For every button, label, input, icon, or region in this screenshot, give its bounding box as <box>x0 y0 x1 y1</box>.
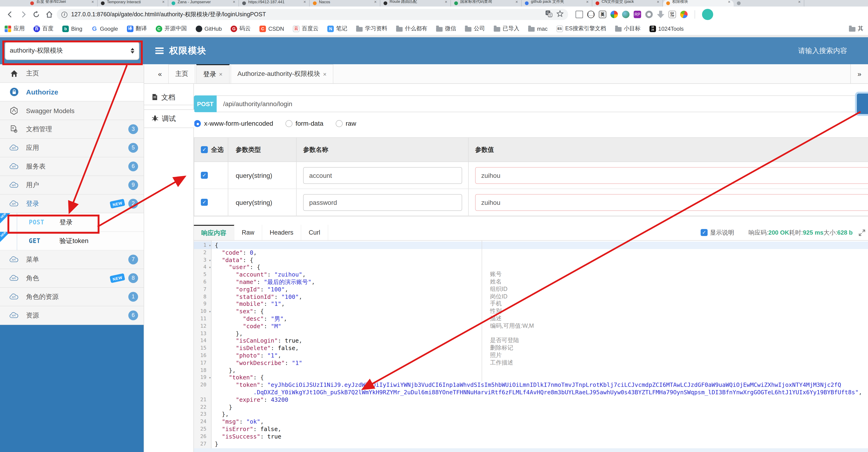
bookmark-item[interactable]: 微信 <box>436 25 456 33</box>
module-select-dropdown[interactable]: authority-权限模块 <box>5 41 140 60</box>
webstore-icon[interactable] <box>611 11 618 18</box>
bookmark-item[interactable]: GGoogle <box>91 25 118 32</box>
picture-in-picture-icon[interactable] <box>576 11 583 18</box>
sidebar-item-角色的资源[interactable]: API角色的资源1 <box>0 288 144 306</box>
tab-close-icon[interactable]: × <box>798 0 801 4</box>
content-type-option-x-www-form-urlencoded[interactable]: x-www-form-urlencoded <box>194 120 273 127</box>
response-tab-Headers[interactable]: Headers <box>262 225 301 240</box>
tab-close-icon[interactable]: × <box>323 70 327 78</box>
reload-icon[interactable] <box>31 9 42 20</box>
browser-tab[interactable]: Temporary Interacti× <box>98 0 168 6</box>
tab-close-icon[interactable]: × <box>162 0 164 4</box>
bookmarks-overflow[interactable]: 其 <box>849 25 863 33</box>
tabs-more-icon[interactable]: » <box>850 64 868 83</box>
radio-icon[interactable] <box>335 120 342 127</box>
forward-icon[interactable] <box>18 9 29 20</box>
sidebar-op-get-验证token[interactable]: NEWGET验证token <box>0 232 144 250</box>
browser-tab[interactable]: 权限模块× <box>663 0 734 6</box>
bookmark-item[interactable]: mac <box>528 25 548 32</box>
response-body-editor[interactable]: 1▾23▾4▾5678910▾111213141516171819▾202122… <box>194 241 868 452</box>
browser-tab[interactable]: × <box>734 0 804 6</box>
browser-tab[interactable]: https://9412-187.441× <box>239 0 310 6</box>
bookmark-item[interactable]: CCSDN <box>259 25 284 32</box>
subnav-item-debug[interactable]: 调试 <box>144 109 194 128</box>
bookmark-item[interactable]: 公司 <box>465 25 485 33</box>
bookmark-item[interactable]: 什么都有 <box>396 25 427 33</box>
bookmark-item[interactable]: 译翻译 <box>127 25 147 33</box>
menu-hamburger-icon[interactable] <box>155 48 164 54</box>
site-info-icon[interactable]: i <box>61 11 67 18</box>
radio-icon[interactable] <box>194 120 201 127</box>
fold-icon[interactable]: ▾ <box>209 308 211 316</box>
browser-tab[interactable]: Route 路由匹配× <box>380 0 451 6</box>
content-tab-登录[interactable]: 登录× <box>196 64 229 83</box>
param-checkbox[interactable]: ✓ <box>201 172 208 179</box>
param-name-input[interactable]: password <box>303 194 462 210</box>
sidebar-op-post-登录[interactable]: NEWPOST登录 <box>0 213 144 232</box>
expand-icon[interactable] <box>859 229 865 236</box>
bookmark-item[interactable]: C开源中国 <box>156 25 187 33</box>
en-translate-icon[interactable]: 英 <box>599 11 606 18</box>
tab-close-icon[interactable]: × <box>728 0 731 4</box>
tab-close-icon[interactable]: × <box>91 0 94 4</box>
bookmark-item[interactable]: 10241024Tools <box>650 25 684 32</box>
pinwheel-extension-icon[interactable] <box>679 9 688 19</box>
content-tab-主页[interactable]: 主页 <box>168 64 195 83</box>
bookmark-item[interactable]: N笔记 <box>327 25 347 33</box>
content-type-option-raw[interactable]: raw <box>335 120 356 127</box>
bookmark-item[interactable]: 应用 <box>5 25 25 33</box>
browser-tab[interactable]: 百度 登录/92Jaei× <box>27 0 98 6</box>
browser-tab[interactable]: CN文件提交 (pack× <box>592 0 663 6</box>
ring-extension-icon[interactable] <box>645 11 653 18</box>
url-text[interactable]: 127.0.0.1:8760/api/gate/doc.html#/author… <box>71 10 541 19</box>
bookmark-item[interactable]: ESES搜索引擎文档 <box>557 25 606 33</box>
radio-icon[interactable] <box>285 120 292 127</box>
fold-icon[interactable]: ▾ <box>209 242 211 250</box>
sidebar-item-Swagger Models[interactable]: Swagger Models <box>0 102 144 120</box>
response-tab-响应内容[interactable]: 响应内容 <box>194 225 234 240</box>
tab-close-icon[interactable]: × <box>445 0 447 4</box>
home-icon[interactable] <box>44 9 55 20</box>
param-checkbox[interactable]: ✓ <box>201 199 208 206</box>
param-value-input[interactable]: zuihou <box>475 167 868 183</box>
address-bar[interactable]: i 127.0.0.1:8760/api/gate/doc.html#/auth… <box>57 9 568 20</box>
bookmark-item[interactable]: bBing <box>62 25 82 32</box>
bookmark-item[interactable]: 学习资料 <box>356 25 387 33</box>
tab-close-icon[interactable]: × <box>515 0 518 4</box>
bookmark-item[interactable]: 云百度云 <box>293 25 318 33</box>
bookmark-item[interactable]: G码云 <box>230 25 251 33</box>
rp-extension-icon[interactable]: RP <box>634 11 641 18</box>
sidebar-item-用户[interactable]: API用户9 <box>0 176 144 195</box>
translate-page-icon[interactable]: G文 <box>545 10 552 19</box>
tab-close-icon[interactable]: × <box>219 71 222 78</box>
proxy-globe-icon[interactable] <box>622 11 629 18</box>
sidebar-item-主页[interactable]: 主页 <box>0 64 144 83</box>
tab-close-icon[interactable]: × <box>233 0 235 4</box>
tab-close-icon[interactable]: × <box>303 0 306 4</box>
fold-icon[interactable]: ▾ <box>209 374 211 382</box>
sidebar-item-服务表[interactable]: API服务表6 <box>0 157 144 176</box>
json-braces-icon[interactable]: {…} <box>587 11 595 18</box>
send-button[interactable]: 发 <box>857 93 868 114</box>
gitzip-icon[interactable]: GitZip <box>669 11 676 18</box>
browser-tab[interactable]: github pack 文件夹× <box>522 0 592 6</box>
bookmark-star-icon[interactable] <box>557 10 563 19</box>
response-tab-Curl[interactable]: Curl <box>301 225 328 240</box>
sidebar-item-角色[interactable]: API角色NEW8 <box>0 269 144 288</box>
horizontal-scrollbar[interactable] <box>194 448 868 452</box>
tab-close-icon[interactable]: × <box>374 0 377 4</box>
browser-tab[interactable]: Zana - Jumpserver× <box>168 0 239 6</box>
sidebar-item-文档管理[interactable]: 文档管理3 <box>0 120 144 139</box>
bookmark-item[interactable]: 百百度 <box>33 25 54 33</box>
sidebar-item-Authorize[interactable]: Authorize <box>0 83 144 102</box>
download-arrow-icon[interactable] <box>657 11 664 18</box>
sidebar-item-资源[interactable]: API资源6 <box>0 306 144 325</box>
bookmark-item[interactable]: 小目标 <box>615 25 641 33</box>
bookmark-item[interactable]: 已导入 <box>494 25 519 33</box>
browser-tab[interactable]: 国家标准代码查询× <box>451 0 522 6</box>
sidebar-item-应用[interactable]: API应用5 <box>0 139 144 157</box>
browser-tab[interactable]: Nacos× <box>310 0 380 6</box>
content-tab-Authorize-authority-权限模块[interactable]: Authorize-authority-权限模块× <box>230 64 334 83</box>
header-search-placeholder[interactable]: 请输入搜索内容 <box>798 46 847 55</box>
param-name-input[interactable]: account <box>303 167 462 183</box>
